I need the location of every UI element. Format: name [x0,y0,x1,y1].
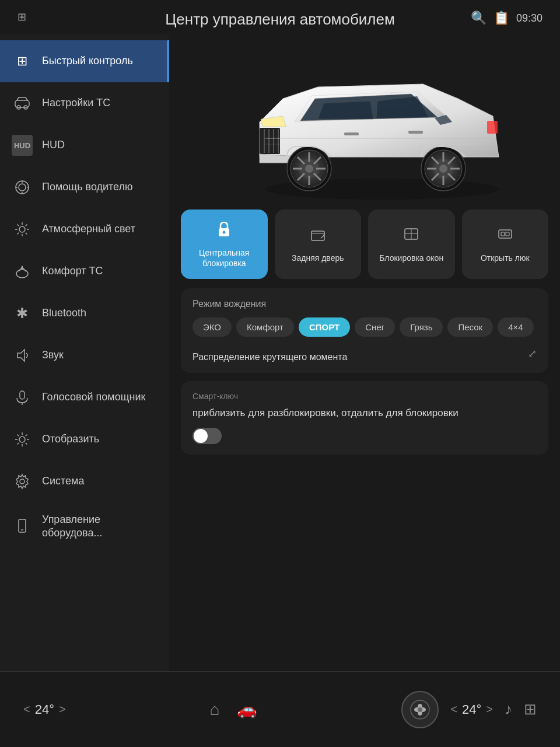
right-temp-arrow-increase[interactable]: > [486,703,493,716]
sidebar-item-comfort-tc[interactable]: Комфорт ТС [0,250,169,292]
system-icon [12,471,33,492]
svg-point-48 [305,165,313,173]
left-temp-arrow-decrease[interactable]: < [23,703,30,716]
rear-door-icon [309,225,327,247]
car-nav-icon[interactable]: 🚗 [237,700,257,719]
comfort-tc-icon [12,261,33,282]
bluetooth-status-icon: ⊞ [18,11,26,23]
status-icons: ⊞ [18,11,26,23]
svg-rect-35 [260,128,280,154]
bottom-nav: ⌂ 🚗 [210,700,258,719]
sidebar-item-hud[interactable]: HUD HUD [0,124,169,166]
rear-door-label: Задняя дверь [292,253,344,263]
sidebar-label-bluetooth: Bluetooth [42,306,86,320]
sidebar-item-display[interactable]: Отобразить [0,418,169,460]
smart-key-toggle-row [192,428,537,444]
ambient-light-icon [12,219,33,240]
svg-point-31 [20,479,24,484]
fan-button[interactable] [401,691,439,728]
sidebar-item-system[interactable]: Система [0,460,169,502]
drive-mode-snow[interactable]: Снег [355,317,395,337]
svg-line-15 [26,233,27,235]
window-lock-button[interactable]: Блокировка окон [368,210,455,279]
sidebar-label-quick-control: Быстрый контроль [42,54,133,68]
torque-label: Распределение крутящего момента [192,352,347,362]
header: ⊞ Центр управления автомобилем 🔍 📋 09:30 [0,0,560,34]
svg-rect-42 [344,132,359,135]
music-icon[interactable]: ♪ [505,700,512,718]
quick-controls: Центральная блокировка Задняя дверь [181,210,548,279]
quick-control-icon: ⊞ [12,51,33,72]
sidebar-label-driver-assist: Помощь водителю [42,180,133,194]
svg-line-30 [18,443,19,445]
drive-mode-comfort[interactable]: Комфорт [236,317,294,337]
sidebar-item-voice-assistant[interactable]: Голосовой помощник [0,376,169,418]
svg-rect-71 [312,231,324,240]
display-icon [12,429,33,450]
svg-point-60 [439,165,447,173]
bluetooth-icon: ✱ [12,303,33,324]
central-lock-button[interactable]: Центральная блокировка [181,210,268,279]
drive-mode-mud[interactable]: Грязь [400,317,443,337]
drive-mode-title: Режим вождения [192,299,266,309]
central-lock-icon [215,220,233,242]
search-icon[interactable]: 🔍 [471,11,487,26]
drive-mode-eco[interactable]: ЭКО [192,317,232,337]
smart-key-toggle[interactable] [192,428,222,444]
svg-point-22 [19,437,25,442]
drive-mode-section: Режим вождения ЭКО Комфорт СПОРТ Снег Гр… [181,288,548,373]
svg-point-9 [19,226,25,232]
grid-view-icon[interactable]: ⊞ [524,700,537,718]
sidebar-label-device-management: Управление оборудова... [42,513,158,540]
sidebar-label-ambient-light: Атмосферный свет [42,222,135,236]
header-actions: 🔍 📋 09:30 [471,11,542,26]
drive-mode-sand[interactable]: Песок [447,317,493,337]
voice-assistant-icon [12,387,33,408]
content-area: Центральная блокировка Задняя дверь [169,34,560,706]
notes-icon[interactable]: 📋 [494,11,509,26]
sidebar: ⊞ Быстрый контроль Настройки ТС HUD HUD [0,34,169,706]
sidebar-item-device-management[interactable]: Управление оборудова... [0,502,169,551]
svg-line-29 [26,435,27,437]
sidebar-label-system: Система [42,474,85,488]
bottom-right-temp: < 24° > [450,702,493,717]
svg-marker-19 [18,350,24,361]
svg-line-28 [26,443,27,445]
svg-rect-44 [487,121,498,134]
device-management-icon [12,516,33,537]
open-hatch-button[interactable]: Открыть люк [462,210,549,279]
sidebar-item-sound[interactable]: Звук [0,334,169,376]
right-temp-value: 24° [462,702,481,717]
svg-point-79 [418,707,422,712]
sidebar-item-quick-control[interactable]: ⊞ Быстрый контроль [0,40,169,82]
home-nav-icon[interactable]: ⌂ [210,700,220,719]
drive-modes-container: ЭКО Комфорт СПОРТ Снег Грязь Песок 4×4 [192,317,537,337]
sidebar-label-comfort-tc: Комфорт ТС [42,264,103,278]
page-title: Центр управления автомобилем [18,11,542,29]
car-display [181,34,548,210]
svg-point-18 [16,270,28,278]
sidebar-label-sound: Звук [42,348,64,362]
expand-icon[interactable]: ⤢ [528,347,537,360]
smart-key-section: Смарт-ключ приблизить для разблокировки,… [181,381,548,455]
svg-rect-20 [20,391,24,399]
sidebar-item-driver-assist[interactable]: Помощь водителю [0,166,169,208]
right-temp-arrow-decrease[interactable]: < [450,703,457,716]
open-hatch-label: Открыть люк [481,253,530,263]
left-temp-arrow-increase[interactable]: > [59,703,66,716]
sidebar-item-bluetooth[interactable]: ✱ Bluetooth [0,292,169,334]
drive-mode-4x4[interactable]: 4×4 [498,317,533,337]
drive-mode-sport[interactable]: СПОРТ [299,317,350,337]
svg-line-17 [18,233,19,235]
window-lock-icon [402,225,420,247]
svg-rect-43 [408,131,423,134]
sidebar-item-ambient-light[interactable]: Атмосферный свет [0,208,169,250]
toggle-thumb [194,429,208,443]
rear-door-button[interactable]: Задняя дверь [275,210,362,279]
sidebar-label-voice-assistant: Голосовой помощник [42,390,145,404]
sidebar-label-vehicle-settings: Настройки ТС [42,96,110,110]
bottom-left-temp: < 24° > [23,702,66,717]
svg-point-70 [223,231,226,234]
left-temp-value: 24° [35,702,54,717]
sidebar-item-vehicle-settings[interactable]: Настройки ТС [0,82,169,124]
